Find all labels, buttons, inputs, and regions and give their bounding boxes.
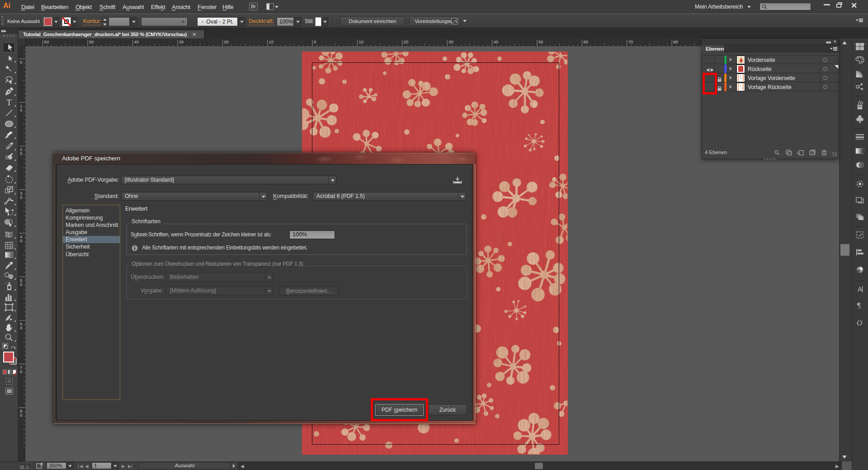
- svg-text:A: A: [858, 285, 862, 293]
- svg-text:0: 0: [20, 325, 22, 330]
- svg-text:0: 0: [20, 195, 22, 200]
- svg-text:30: 30: [448, 39, 453, 44]
- svg-text:¶: ¶: [857, 301, 861, 310]
- svg-text:20: 20: [224, 39, 229, 44]
- svg-text:60: 60: [583, 39, 588, 44]
- svg-text:T: T: [6, 98, 12, 107]
- svg-text:0: 0: [314, 39, 316, 44]
- svg-text:50: 50: [89, 39, 94, 44]
- svg-text:0: 0: [20, 238, 22, 243]
- svg-text:0: 0: [20, 108, 22, 113]
- svg-text:20: 20: [404, 39, 409, 44]
- svg-text:0: 0: [20, 151, 22, 156]
- svg-text:O: O: [857, 319, 862, 327]
- svg-text:50: 50: [538, 39, 543, 44]
- svg-text:0: 0: [20, 413, 22, 418]
- svg-text:80: 80: [673, 39, 678, 44]
- svg-text:0: 0: [20, 369, 22, 374]
- svg-text:40: 40: [134, 39, 139, 44]
- svg-text:70: 70: [628, 39, 633, 44]
- svg-text:10: 10: [269, 39, 274, 44]
- svg-text:40: 40: [494, 39, 499, 44]
- svg-text:10: 10: [359, 39, 363, 44]
- svg-text:30: 30: [179, 39, 184, 44]
- svg-text:0: 0: [20, 60, 22, 65]
- svg-text:0: 0: [20, 282, 22, 287]
- svg-text:60: 60: [44, 39, 49, 44]
